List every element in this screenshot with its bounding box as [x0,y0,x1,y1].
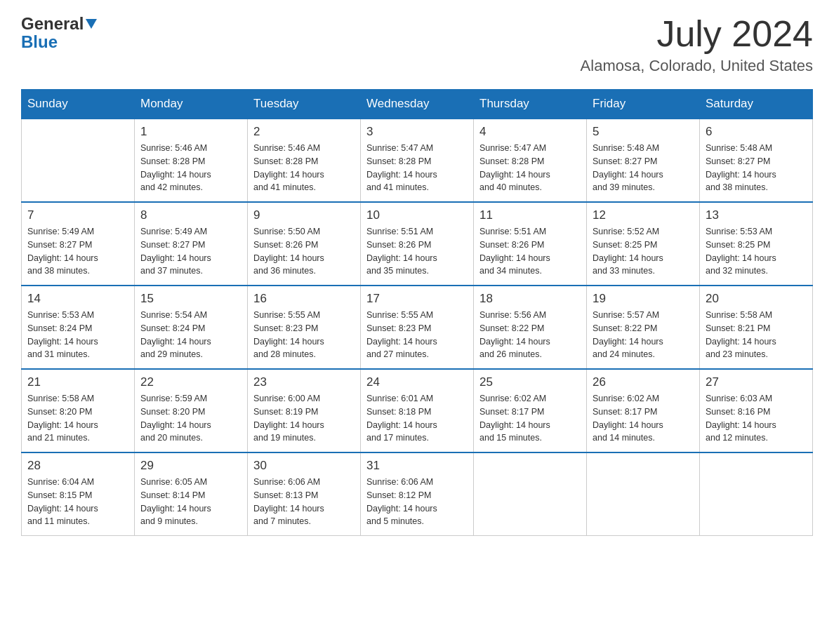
day-info: Sunrise: 6:06 AM Sunset: 8:12 PM Dayligh… [366,476,468,528]
calendar-cell [700,452,813,536]
calendar-cell: 19Sunrise: 5:57 AM Sunset: 8:22 PM Dayli… [587,286,700,369]
day-info: Sunrise: 5:55 AM Sunset: 8:23 PM Dayligh… [253,309,355,361]
day-number: 26 [593,375,694,389]
calendar-cell: 25Sunrise: 6:02 AM Sunset: 8:17 PM Dayli… [474,369,587,452]
day-number: 10 [366,208,468,222]
day-number: 17 [366,292,468,306]
day-info: Sunrise: 5:48 AM Sunset: 8:27 PM Dayligh… [593,142,694,194]
page-header: General Blue July 2024 Alamosa, Colorado… [21,14,813,75]
day-info: Sunrise: 6:02 AM Sunset: 8:17 PM Dayligh… [479,392,581,445]
day-info: Sunrise: 5:58 AM Sunset: 8:20 PM Dayligh… [27,392,128,445]
logo-general-text: General [21,14,84,34]
calendar-cell: 27Sunrise: 6:03 AM Sunset: 8:16 PM Dayli… [700,369,813,452]
calendar-cell: 21Sunrise: 5:58 AM Sunset: 8:20 PM Dayli… [22,369,135,452]
weekday-header-tuesday: Tuesday [248,90,361,119]
day-number: 11 [479,208,581,222]
calendar-cell: 24Sunrise: 6:01 AM Sunset: 8:18 PM Dayli… [361,369,474,452]
day-info: Sunrise: 5:49 AM Sunset: 8:27 PM Dayligh… [140,225,241,278]
day-number: 30 [253,459,355,473]
calendar-cell: 15Sunrise: 5:54 AM Sunset: 8:24 PM Dayli… [135,286,248,369]
day-number: 14 [27,292,128,306]
day-number: 28 [27,459,128,473]
day-number: 13 [706,208,807,222]
weekday-header-saturday: Saturday [700,90,813,119]
day-info: Sunrise: 5:53 AM Sunset: 8:24 PM Dayligh… [27,309,128,361]
calendar-cell: 7Sunrise: 5:49 AM Sunset: 8:27 PM Daylig… [22,202,135,286]
day-number: 25 [479,375,581,389]
day-info: Sunrise: 5:51 AM Sunset: 8:26 PM Dayligh… [366,225,468,278]
calendar-cell: 30Sunrise: 6:06 AM Sunset: 8:13 PM Dayli… [248,452,361,536]
calendar-cell [22,119,135,202]
calendar-week-row: 1Sunrise: 5:46 AM Sunset: 8:28 PM Daylig… [22,119,813,202]
day-info: Sunrise: 5:46 AM Sunset: 8:28 PM Dayligh… [140,142,241,194]
calendar-cell: 22Sunrise: 5:59 AM Sunset: 8:20 PM Dayli… [135,369,248,452]
calendar-cell: 13Sunrise: 5:53 AM Sunset: 8:25 PM Dayli… [700,202,813,286]
day-info: Sunrise: 5:57 AM Sunset: 8:22 PM Dayligh… [593,309,694,361]
calendar-cell: 3Sunrise: 5:47 AM Sunset: 8:28 PM Daylig… [361,119,474,202]
calendar-cell: 10Sunrise: 5:51 AM Sunset: 8:26 PM Dayli… [361,202,474,286]
day-number: 18 [479,292,581,306]
day-info: Sunrise: 5:47 AM Sunset: 8:28 PM Dayligh… [366,142,468,194]
calendar-cell: 11Sunrise: 5:51 AM Sunset: 8:26 PM Dayli… [474,202,587,286]
day-number: 29 [140,459,241,473]
location-title: Alamosa, Colorado, United States [581,57,813,75]
day-number: 8 [140,208,241,222]
calendar-cell: 5Sunrise: 5:48 AM Sunset: 8:27 PM Daylig… [587,119,700,202]
calendar-table: SundayMondayTuesdayWednesdayThursdayFrid… [21,89,813,536]
calendar-week-row: 7Sunrise: 5:49 AM Sunset: 8:27 PM Daylig… [22,202,813,286]
day-info: Sunrise: 5:52 AM Sunset: 8:25 PM Dayligh… [593,225,694,278]
calendar-cell: 17Sunrise: 5:55 AM Sunset: 8:23 PM Dayli… [361,286,474,369]
weekday-header-friday: Friday [587,90,700,119]
day-info: Sunrise: 5:53 AM Sunset: 8:25 PM Dayligh… [706,225,807,278]
weekday-header-thursday: Thursday [474,90,587,119]
day-info: Sunrise: 5:56 AM Sunset: 8:22 PM Dayligh… [479,309,581,361]
day-info: Sunrise: 6:00 AM Sunset: 8:19 PM Dayligh… [253,392,355,445]
day-number: 2 [253,125,355,139]
logo-arrow-icon [86,19,97,29]
calendar-cell: 8Sunrise: 5:49 AM Sunset: 8:27 PM Daylig… [135,202,248,286]
calendar-cell: 1Sunrise: 5:46 AM Sunset: 8:28 PM Daylig… [135,119,248,202]
day-number: 24 [366,375,468,389]
calendar-cell: 6Sunrise: 5:48 AM Sunset: 8:27 PM Daylig… [700,119,813,202]
calendar-cell: 12Sunrise: 5:52 AM Sunset: 8:25 PM Dayli… [587,202,700,286]
calendar-cell: 20Sunrise: 5:58 AM Sunset: 8:21 PM Dayli… [700,286,813,369]
day-number: 7 [27,208,128,222]
calendar-cell: 29Sunrise: 6:05 AM Sunset: 8:14 PM Dayli… [135,452,248,536]
day-number: 12 [593,208,694,222]
logo: General Blue [21,14,97,52]
logo-blue-text: Blue [21,32,58,52]
day-info: Sunrise: 6:02 AM Sunset: 8:17 PM Dayligh… [593,392,694,445]
calendar-week-row: 14Sunrise: 5:53 AM Sunset: 8:24 PM Dayli… [22,286,813,369]
day-number: 22 [140,375,241,389]
day-number: 23 [253,375,355,389]
calendar-cell: 14Sunrise: 5:53 AM Sunset: 8:24 PM Dayli… [22,286,135,369]
calendar-cell: 2Sunrise: 5:46 AM Sunset: 8:28 PM Daylig… [248,119,361,202]
day-info: Sunrise: 5:47 AM Sunset: 8:28 PM Dayligh… [479,142,581,194]
calendar-cell: 23Sunrise: 6:00 AM Sunset: 8:19 PM Dayli… [248,369,361,452]
day-info: Sunrise: 5:59 AM Sunset: 8:20 PM Dayligh… [140,392,241,445]
calendar-cell: 26Sunrise: 6:02 AM Sunset: 8:17 PM Dayli… [587,369,700,452]
calendar-body: 1Sunrise: 5:46 AM Sunset: 8:28 PM Daylig… [22,119,813,536]
calendar-cell: 4Sunrise: 5:47 AM Sunset: 8:28 PM Daylig… [474,119,587,202]
day-info: Sunrise: 6:06 AM Sunset: 8:13 PM Dayligh… [253,476,355,528]
day-number: 31 [366,459,468,473]
calendar-cell: 28Sunrise: 6:04 AM Sunset: 8:15 PM Dayli… [22,452,135,536]
calendar-cell: 18Sunrise: 5:56 AM Sunset: 8:22 PM Dayli… [474,286,587,369]
calendar-cell [587,452,700,536]
day-number: 15 [140,292,241,306]
calendar-cell: 31Sunrise: 6:06 AM Sunset: 8:12 PM Dayli… [361,452,474,536]
day-info: Sunrise: 5:49 AM Sunset: 8:27 PM Dayligh… [27,225,128,278]
weekday-header-sunday: Sunday [22,90,135,119]
day-number: 19 [593,292,694,306]
day-number: 9 [253,208,355,222]
calendar-cell: 9Sunrise: 5:50 AM Sunset: 8:26 PM Daylig… [248,202,361,286]
calendar-cell [474,452,587,536]
weekday-header-wednesday: Wednesday [361,90,474,119]
day-info: Sunrise: 5:54 AM Sunset: 8:24 PM Dayligh… [140,309,241,361]
month-title: July 2024 [581,14,813,54]
day-info: Sunrise: 5:50 AM Sunset: 8:26 PM Dayligh… [253,225,355,278]
day-info: Sunrise: 6:01 AM Sunset: 8:18 PM Dayligh… [366,392,468,445]
day-number: 4 [479,125,581,139]
day-info: Sunrise: 5:46 AM Sunset: 8:28 PM Dayligh… [253,142,355,194]
day-number: 21 [27,375,128,389]
